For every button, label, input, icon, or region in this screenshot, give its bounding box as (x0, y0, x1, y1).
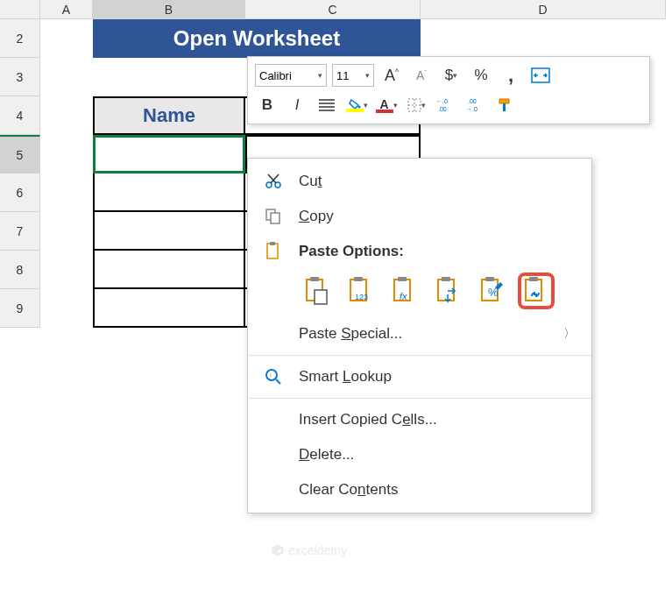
italic-button[interactable]: I (285, 93, 309, 117)
paste-link-button[interactable] (518, 273, 555, 309)
paste-options-label: Paste Options: (299, 243, 404, 260)
merge-center-button[interactable] (528, 63, 553, 88)
decrease-font-button[interactable]: Aˇ (409, 63, 434, 88)
increase-decimal-button[interactable]: ←.0.00 (434, 93, 458, 117)
cell-b7[interactable] (93, 212, 245, 251)
fill-color-button[interactable]: ▾ (344, 93, 369, 117)
delete-label: Delete... (299, 446, 354, 464)
cut-label: Cut (299, 173, 322, 190)
svg-point-29 (266, 370, 277, 380)
svg-rect-15 (315, 290, 327, 304)
font-size-select[interactable]: 11 ▾ (332, 64, 374, 87)
paste-special-menu-item[interactable]: Paste Special... 〉 (248, 316, 591, 351)
cell-b8[interactable] (93, 251, 245, 289)
clear-contents-label: Clear Contents (299, 481, 398, 499)
copy-icon (264, 207, 283, 226)
context-menu: Cut Copy Paste Options: 123 fx % (247, 158, 592, 513)
row-header-6[interactable]: 6 (0, 173, 40, 212)
col-header-b[interactable]: B (93, 0, 245, 19)
row-header-9[interactable]: 9 (0, 289, 40, 328)
search-icon: i (264, 367, 283, 386)
row-header-2[interactable]: 2 (0, 19, 40, 58)
svg-text:i: i (270, 372, 272, 379)
svg-text:.00: .00 (438, 106, 447, 112)
svg-rect-10 (271, 213, 279, 223)
svg-rect-14 (310, 277, 319, 281)
borders-button[interactable]: ▾ (404, 93, 428, 117)
font-color-button[interactable]: A ▾ (374, 93, 399, 117)
svg-text:←.0: ←.0 (436, 98, 448, 104)
align-button[interactable] (315, 93, 339, 117)
paste-formulas-button[interactable]: fx (386, 273, 423, 309)
increase-font-button[interactable]: A^ (379, 63, 404, 88)
chevron-down-icon: ▾ (318, 71, 322, 80)
svg-text:.00: .00 (468, 98, 477, 104)
col-header-d[interactable]: D (421, 0, 666, 19)
row-header-7[interactable]: 7 (0, 212, 40, 251)
paste-options-header: Paste Options: (248, 234, 591, 269)
smart-lookup-menu-item[interactable]: i Smart Lookup (248, 359, 591, 394)
svg-text:fx: fx (400, 291, 407, 301)
row-header-5[interactable]: 5 (0, 135, 40, 173)
row-header-4[interactable]: 4 (0, 96, 40, 135)
svg-rect-2 (408, 99, 421, 111)
percent-format-button[interactable]: % (469, 63, 493, 88)
row-header-3[interactable]: 3 (0, 58, 40, 96)
paste-special-label: Paste Special... (299, 325, 402, 343)
paste-values-button[interactable]: 123 (343, 273, 379, 309)
paste-transpose-button[interactable] (430, 273, 467, 309)
col-header-c[interactable]: C (245, 0, 421, 19)
font-name-select[interactable]: Calibri ▾ (255, 64, 327, 87)
merged-title-cell[interactable]: Open Worksheet (93, 19, 421, 58)
svg-rect-12 (270, 242, 275, 245)
select-all-corner[interactable] (0, 0, 40, 19)
chevron-down-icon: ▾ (365, 71, 370, 80)
cell-b6[interactable] (93, 173, 245, 212)
borders-icon (407, 98, 421, 112)
paste-keep-source-button[interactable] (299, 273, 336, 309)
name-header-cell[interactable]: Name (93, 96, 245, 135)
svg-rect-11 (267, 244, 278, 258)
delete-menu-item[interactable]: Delete... (248, 437, 591, 472)
active-cell-b5[interactable] (93, 135, 245, 173)
svg-rect-28 (529, 277, 538, 281)
cut-menu-item[interactable]: Cut (248, 164, 591, 199)
menu-separator (248, 398, 591, 399)
font-name-value: Calibri (259, 69, 292, 82)
insert-copied-label: Insert Copied Cells... (299, 411, 437, 428)
accounting-format-button[interactable]: $▾ (439, 63, 463, 88)
svg-rect-23 (442, 277, 450, 281)
cube-icon (272, 544, 284, 556)
insert-copied-cells-menu-item[interactable]: Insert Copied Cells... (248, 402, 591, 437)
bold-button[interactable]: B (255, 93, 279, 117)
svg-rect-25 (485, 277, 494, 281)
decrease-decimal-button[interactable]: .00→.0 (463, 93, 488, 117)
svg-rect-22 (438, 280, 454, 301)
comma-format-button[interactable]: , (499, 63, 523, 88)
copy-label: Copy (299, 208, 334, 225)
svg-rect-20 (398, 277, 407, 281)
svg-rect-17 (354, 277, 363, 281)
menu-separator (248, 355, 591, 356)
clipboard-icon (264, 242, 283, 261)
column-headers: A B C D (0, 0, 666, 19)
paste-options-row: 123 fx % (248, 269, 591, 316)
copy-menu-item[interactable]: Copy (248, 199, 591, 234)
chevron-right-icon: 〉 (563, 326, 576, 342)
font-size-value: 11 (336, 69, 349, 82)
format-painter-button[interactable] (493, 93, 518, 117)
paste-formatting-button[interactable]: % (474, 273, 511, 309)
row-headers: 2 3 4 5 6 7 8 9 (0, 19, 40, 328)
svg-text:→.0: →.0 (466, 106, 477, 112)
mini-toolbar: Calibri ▾ 11 ▾ A^ Aˇ $▾ % , B I ▾ (247, 56, 650, 124)
col-header-a[interactable]: A (40, 0, 93, 19)
scissors-icon (264, 172, 283, 191)
svg-text:123: 123 (355, 293, 368, 301)
clear-contents-menu-item[interactable]: Clear Contents (248, 472, 591, 507)
watermark: exceldemy (272, 543, 347, 557)
paintbrush-icon (497, 97, 514, 113)
svg-rect-27 (526, 280, 541, 301)
cell-b9[interactable] (93, 289, 245, 328)
row-header-8[interactable]: 8 (0, 251, 40, 289)
smart-lookup-label: Smart Lookup (299, 368, 392, 386)
